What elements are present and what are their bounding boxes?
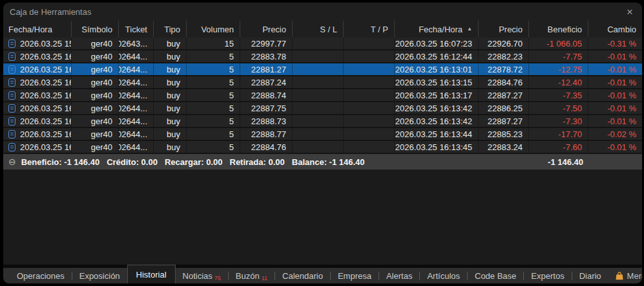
cell-tp	[344, 76, 395, 88]
cell-open-time: 2026.03.25 15...	[3, 38, 72, 49]
titlebar: Caja de Herramientas ×	[3, 3, 642, 21]
column-header-price[interactable]: Precio	[240, 21, 293, 38]
collapse-icon[interactable]: ⊖	[8, 157, 16, 166]
column-header-sl[interactable]: S / L	[293, 21, 344, 38]
cell-close-time: 2026.03.25 16:13:17	[395, 89, 479, 101]
history-row[interactable]: 2026.03.25 16...ger40502644...buy522888.…	[3, 128, 642, 141]
history-row[interactable]: 2026.03.25 16...ger40502644...buy522884.…	[3, 141, 642, 154]
cell-tp	[344, 50, 395, 62]
cell-sl	[293, 115, 344, 127]
cell-close-price: 22882.23	[479, 50, 529, 62]
cell-change: -0.31 %	[588, 38, 642, 49]
cell-open-time: 2026.03.25 16...	[3, 76, 72, 88]
cell-open-time-text: 2026.03.25 16...	[20, 142, 72, 152]
tab-calendario[interactable]: Calendario	[275, 268, 330, 283]
history-row[interactable]: 2026.03.25 16...ger40502644...buy522888.…	[3, 89, 642, 102]
cell-ticket: 502644...	[119, 63, 154, 75]
cell-change: -0.01 %	[588, 63, 642, 75]
history-row[interactable]: 2026.03.25 16...ger40502644...buy522883.…	[3, 50, 642, 63]
tab-noticias[interactable]: Noticias75	[176, 268, 228, 283]
column-header-label: Precio	[262, 25, 286, 34]
cell-open-time-text: 2026.03.25 16...	[20, 104, 72, 113]
column-header-close-price[interactable]: Precio	[479, 21, 529, 38]
history-row[interactable]: 2026.03.25 16...ger40502644...buy522881.…	[3, 63, 642, 76]
cell-change: -0.01 %	[588, 50, 642, 62]
tab-label: Calendario	[282, 271, 323, 281]
column-header-close-time[interactable]: Fecha/Hora▲	[395, 21, 479, 38]
cell-price: 22997.77	[240, 38, 293, 49]
cell-price: 22881.27	[240, 63, 293, 75]
cell-change: -0.01 %	[588, 76, 642, 88]
cell-open-time: 2026.03.25 16...	[3, 128, 72, 140]
column-header-type[interactable]: Tipo	[154, 21, 187, 38]
cell-symbol: ger40	[72, 63, 119, 75]
column-header-profit[interactable]: Beneficio	[529, 21, 588, 38]
order-document-icon	[8, 78, 16, 87]
cell-sl	[293, 76, 344, 88]
cell-change: -0.01 %	[588, 141, 642, 153]
history-row[interactable]: 2026.03.25 16...ger40502644...buy522887.…	[3, 76, 642, 89]
tab-label: Diario	[579, 271, 601, 281]
cell-close-price: 22883.24	[479, 141, 529, 153]
order-document-icon	[8, 117, 16, 126]
tab-code-base[interactable]: Code Base	[468, 268, 523, 283]
toolbox-window: Caja de Herramientas × Fecha/HoraSímbolo…	[3, 3, 642, 283]
cell-change: -0.02 %	[588, 128, 642, 140]
cell-ticket: 502644...	[119, 76, 154, 88]
summary-recargar: Recargar: 0.00	[165, 157, 223, 167]
cell-sl	[293, 89, 344, 101]
tab-operaciones[interactable]: Operaciones	[10, 268, 72, 283]
cell-tp	[344, 115, 395, 127]
cell-sl	[293, 128, 344, 140]
tab-exposicion[interactable]: Exposición	[72, 268, 127, 283]
tab-buzon[interactable]: Buzón11	[229, 268, 275, 283]
column-header-volume[interactable]: Volumen	[187, 21, 240, 38]
cell-volume: 5	[187, 128, 240, 140]
cell-profit: -7.50	[529, 102, 588, 114]
column-header-symbol[interactable]: Símbolo	[72, 21, 119, 38]
cell-open-time-text: 2026.03.25 15...	[20, 39, 72, 49]
cell-volume: 5	[187, 63, 240, 75]
cell-ticket: 502644...	[119, 89, 154, 101]
column-header-label: Volumen	[201, 25, 234, 34]
tab-articulos[interactable]: Artículos	[420, 268, 467, 283]
column-header-open-time[interactable]: Fecha/Hora	[3, 21, 72, 38]
cell-profit: -12.40	[529, 76, 588, 88]
tab-label: Empresa	[338, 271, 371, 281]
cell-symbol: ger40	[72, 128, 119, 140]
cell-type: buy	[154, 76, 187, 88]
cell-volume: 15	[187, 38, 240, 49]
tab-diario[interactable]: Diario	[572, 268, 608, 283]
close-icon[interactable]: ×	[624, 6, 636, 17]
tab-historial[interactable]: Historial	[127, 265, 176, 283]
window-title: Caja de Herramientas	[10, 7, 91, 17]
history-row[interactable]: 2026.03.25 16...ger40502644...buy522888.…	[3, 115, 642, 128]
tab-label: Buzón	[236, 271, 260, 281]
tab-expertos[interactable]: Expertos	[524, 268, 571, 283]
cell-type: buy	[154, 63, 187, 75]
summary-items: Beneficio: -1 146.40Crédito: 0.00Recarga…	[21, 156, 372, 168]
cell-volume: 5	[187, 50, 240, 62]
history-row[interactable]: 2026.03.25 15...ger40502643...buy1522997…	[3, 38, 642, 50]
column-header-change[interactable]: Cambio	[588, 21, 642, 38]
column-header-ticket[interactable]: Ticket	[119, 21, 154, 38]
history-row[interactable]: 2026.03.25 16...ger40502644...buy522887.…	[3, 102, 642, 115]
cell-sl	[293, 102, 344, 114]
shopping-bag-icon	[616, 272, 623, 280]
order-document-icon	[8, 39, 16, 48]
cell-open-time-text: 2026.03.25 16...	[20, 52, 72, 61]
cell-price: 22888.77	[240, 128, 293, 140]
cell-close-time: 2026.03.25 16:13:44	[395, 128, 479, 140]
cell-close-time: 2026.03.25 16:13:15	[395, 76, 479, 88]
column-header-label: Fecha/Hora	[8, 25, 52, 34]
column-header-label: Precio	[499, 25, 523, 34]
service-mercado[interactable]: Mercado	[608, 268, 642, 283]
column-header-tp[interactable]: T / P	[344, 21, 395, 38]
tab-empresa[interactable]: Empresa	[331, 268, 379, 283]
cell-type: buy	[154, 38, 187, 49]
cell-profit: -12.75	[529, 63, 588, 75]
cell-symbol: ger40	[72, 38, 119, 49]
cell-symbol: ger40	[72, 89, 119, 101]
cell-price: 22888.74	[240, 89, 293, 101]
tab-alertas[interactable]: Alertas	[379, 268, 419, 283]
